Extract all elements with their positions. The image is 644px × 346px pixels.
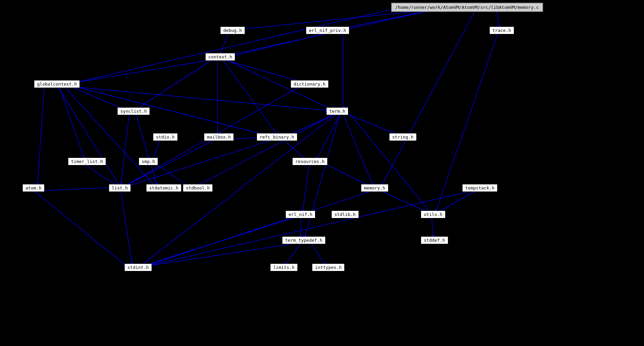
svg-line-33 <box>194 114 335 187</box>
node-list-h[interactable]: list.h <box>109 184 131 192</box>
svg-line-24 <box>121 114 129 187</box>
node-stdlib-h[interactable]: stdlib.h <box>331 211 359 218</box>
node-dictionary-h[interactable]: dictionary.h <box>291 80 329 88</box>
svg-line-29 <box>343 114 374 187</box>
svg-line-42 <box>302 164 309 214</box>
svg-line-47 <box>143 191 472 267</box>
node-memory-c: /home/runner/work/AtomVM/AtomVM/src/libA… <box>391 3 543 12</box>
svg-line-34 <box>122 140 214 187</box>
node-mailbox-h[interactable]: mailbox.h <box>204 133 234 141</box>
svg-line-2 <box>335 10 435 30</box>
node-stddef-h[interactable]: stddef.h <box>421 236 448 244</box>
node-trace-h[interactable]: trace.h <box>489 26 514 34</box>
node-erl-nif-priv-h[interactable]: erl_nif_priv.h <box>306 26 349 34</box>
node-stdatomic-h[interactable]: stdatomic.h <box>146 184 181 192</box>
node-resources-h[interactable]: resources.h <box>292 158 328 165</box>
node-context-h[interactable]: context.h <box>205 53 235 61</box>
svg-line-25 <box>136 114 150 161</box>
svg-line-21 <box>76 87 272 136</box>
node-stdbool-h[interactable]: stdbool.h <box>183 184 213 192</box>
node-atom-h[interactable]: atom.h <box>22 184 45 192</box>
node-erl-nif-h[interactable]: erl_nif.h <box>285 211 315 218</box>
svg-line-53 <box>139 217 296 267</box>
svg-line-6 <box>381 10 476 187</box>
node-globalcontext-h[interactable]: globalcontext.h <box>34 80 80 88</box>
node-inttypes-h[interactable]: inttypes.h <box>312 263 345 271</box>
node-smp-h[interactable]: smp.h <box>139 158 158 165</box>
node-term-h[interactable]: term.h <box>326 107 348 115</box>
svg-line-54 <box>37 187 114 191</box>
svg-line-8 <box>231 33 326 56</box>
svg-line-19 <box>58 87 121 187</box>
node-refc-binary-h[interactable]: refc_binary.h <box>257 133 297 141</box>
svg-line-56 <box>121 191 133 267</box>
node-limits-h[interactable]: limits.h <box>270 263 298 271</box>
svg-line-55 <box>34 191 127 267</box>
svg-line-18 <box>37 87 44 187</box>
node-tempstack-h[interactable]: tempstack.h <box>462 184 498 192</box>
node-timer-list-h[interactable]: timer_list.h <box>68 158 106 165</box>
node-stdio-h[interactable]: stdio.h <box>153 133 178 141</box>
svg-line-10 <box>70 60 212 84</box>
node-utils-h[interactable]: utils.h <box>421 211 446 218</box>
node-debug-h[interactable]: debug.h <box>220 26 245 34</box>
node-term-typedef-h[interactable]: term_typedef.h <box>282 236 326 244</box>
svg-line-45 <box>143 191 372 267</box>
svg-line-32 <box>304 114 340 240</box>
node-string-h[interactable]: string.h <box>389 133 417 141</box>
node-stdint-h[interactable]: stdint.h <box>124 263 152 271</box>
node-memory-h[interactable]: memory.h <box>361 184 388 192</box>
node-synclist-h[interactable]: synclist.h <box>117 107 150 115</box>
svg-line-11 <box>134 60 212 111</box>
svg-line-30 <box>350 114 432 214</box>
